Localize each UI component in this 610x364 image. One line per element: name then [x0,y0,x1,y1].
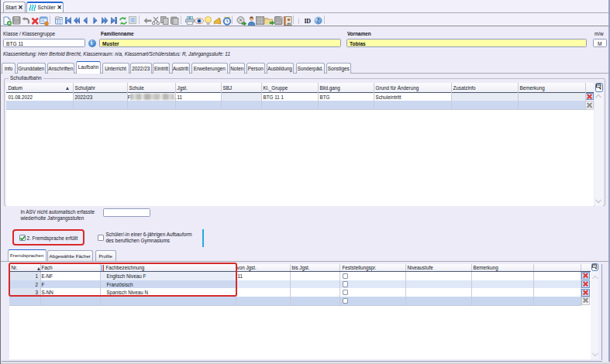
svg-text:?: ? [316,17,319,24]
